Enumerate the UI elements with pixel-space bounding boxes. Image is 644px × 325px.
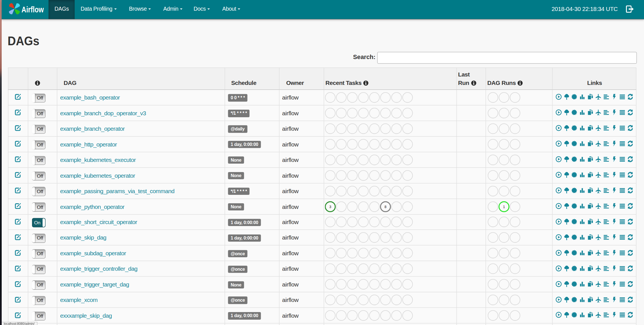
svg-text:8: 8 bbox=[384, 205, 386, 209]
svg-text:3: 3 bbox=[329, 205, 331, 209]
svg-text:1: 1 bbox=[503, 205, 505, 209]
